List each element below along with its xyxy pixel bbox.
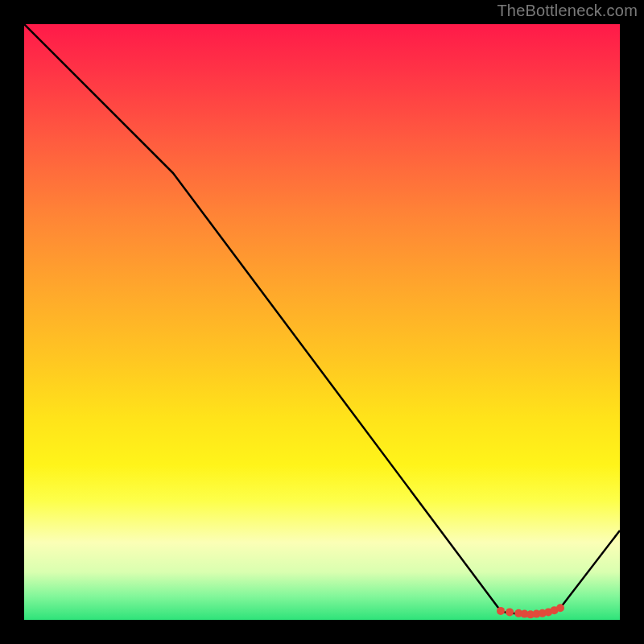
chart-line — [24, 24, 620, 614]
chart-marker — [497, 607, 505, 615]
chart-container: TheBottleneck.com — [0, 0, 644, 644]
chart-svg — [24, 24, 620, 620]
chart-marker — [506, 608, 514, 616]
plot-area — [24, 24, 620, 620]
chart-marker — [556, 604, 564, 612]
attribution-text: TheBottleneck.com — [497, 2, 638, 20]
